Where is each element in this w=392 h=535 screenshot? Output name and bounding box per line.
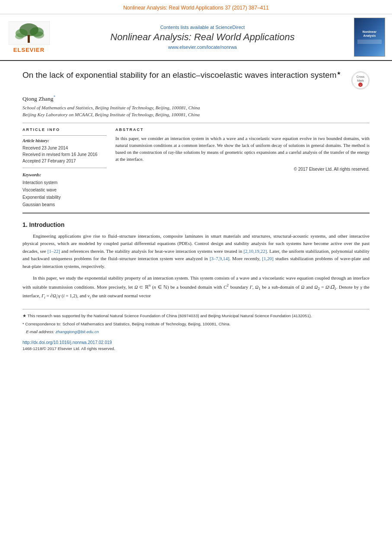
author-name: Qiong Zhang* bbox=[22, 95, 370, 102]
crossmark-icon: Cross Mark ✓ bbox=[351, 71, 370, 89]
divider-keywords bbox=[22, 168, 107, 168]
abstract-header: ABSTRACT bbox=[115, 127, 370, 132]
journal-cover-image: NonlinearAnalysis bbox=[354, 18, 385, 57]
journal-title-area: Contents lists available at ScienceDirec… bbox=[57, 18, 348, 57]
svg-rect-4 bbox=[28, 35, 30, 43]
keyword-3: Exponential stability bbox=[22, 194, 107, 201]
copyright-line: © 2017 Elsevier Ltd. All rights reserved… bbox=[115, 167, 370, 172]
email-footnote: E-mail address: zhangqiong@bit.edu.cn bbox=[22, 329, 370, 335]
elsevier-brand: ELSEVIER bbox=[13, 47, 45, 53]
cover-title: NonlinearAnalysis bbox=[363, 30, 376, 38]
journal-title: Nonlinear Analysis: Real World Applicati… bbox=[110, 32, 294, 43]
boundary-word: boundary bbox=[230, 284, 249, 290]
divider-info bbox=[22, 135, 107, 136]
abstract-column: ABSTRACT In this paper, we consider an i… bbox=[115, 127, 370, 208]
divider-2 bbox=[22, 213, 370, 213]
email-address: zhangqiong@bit.edu.cn bbox=[56, 329, 99, 334]
affiliation-1: School of Mathematics and Statistics, Be… bbox=[22, 105, 200, 110]
journal-cover-area: NonlinearAnalysis bbox=[352, 18, 387, 57]
keyword-4: Gaussian beams bbox=[22, 201, 107, 208]
keyword-1: Interaction system bbox=[22, 179, 107, 186]
article-title-section: On the lack of exponential stability for… bbox=[22, 61, 370, 95]
revised-date: Received in revised form 16 June 2016 bbox=[22, 151, 107, 158]
introduction-header: 1. Introduction bbox=[22, 221, 370, 228]
main-content-area: On the lack of exponential stability for… bbox=[0, 61, 392, 352]
intro-paragraph-1: Engineering applications give rise to fl… bbox=[22, 232, 370, 271]
journal-header: ELSEVIER Contents lists available at Sci… bbox=[0, 14, 392, 61]
keyword-2: Viscoelastic wave bbox=[22, 186, 107, 194]
elsevier-tree-art bbox=[9, 21, 50, 45]
received-date: Received 23 June 2014 bbox=[22, 145, 107, 151]
issn-line: 1468-1218/© 2017 Elsevier Ltd. All right… bbox=[22, 346, 370, 352]
journal-url: www.elsevier.com/locate/nonrwa bbox=[168, 45, 237, 50]
elsevier-logo-area: ELSEVIER bbox=[5, 18, 53, 57]
divider-1 bbox=[22, 123, 370, 123]
author-correspondence-marker: * bbox=[54, 95, 56, 99]
article-info-column: ARTICLE INFO Article history: Received 2… bbox=[22, 127, 107, 208]
intro-paragraph-2: In this paper, we study the exponential … bbox=[22, 274, 370, 300]
article-info-abstract-section: ARTICLE INFO Article history: Received 2… bbox=[22, 127, 370, 208]
accepted-date: Accepted 27 February 2017 bbox=[22, 158, 107, 164]
crossmark-badge: Cross Mark ✓ bbox=[351, 71, 370, 89]
abstract-text: In this paper, we consider an interactio… bbox=[115, 135, 370, 163]
affiliations: School of Mathematics and Statistics, Be… bbox=[22, 104, 370, 118]
affiliation-2: Beijing Key Laboratory on MCAACI, Beijin… bbox=[22, 112, 200, 117]
svg-point-6 bbox=[34, 32, 44, 38]
doi-line: http://dx.doi.org/10.1016/j.nonrwa.2017.… bbox=[22, 339, 370, 346]
star-footnote: ★ This research was supported by the Nat… bbox=[22, 313, 370, 319]
cover-decoration bbox=[357, 39, 382, 44]
journal-reference-link[interactable]: Nonlinear Analysis: Real World Applicati… bbox=[123, 5, 269, 11]
footnotes-area: ★ This research was supported by the Nat… bbox=[22, 309, 370, 352]
article-info-header: ARTICLE INFO bbox=[22, 127, 107, 132]
article-title: On the lack of exponential stability for… bbox=[22, 70, 347, 81]
author-footnote: * Correspondence to: School of Mathemati… bbox=[22, 321, 370, 327]
journal-reference-bar: Nonlinear Analysis: Real World Applicati… bbox=[0, 0, 392, 14]
svg-point-5 bbox=[15, 33, 24, 39]
svg-text:✓: ✓ bbox=[360, 84, 362, 86]
keywords-label: Keywords: bbox=[22, 172, 107, 177]
history-label: Article history: bbox=[22, 138, 107, 143]
contents-line: Contents lists available at ScienceDirec… bbox=[160, 25, 245, 30]
svg-text:Mark: Mark bbox=[357, 79, 364, 82]
svg-text:Cross: Cross bbox=[357, 75, 365, 78]
